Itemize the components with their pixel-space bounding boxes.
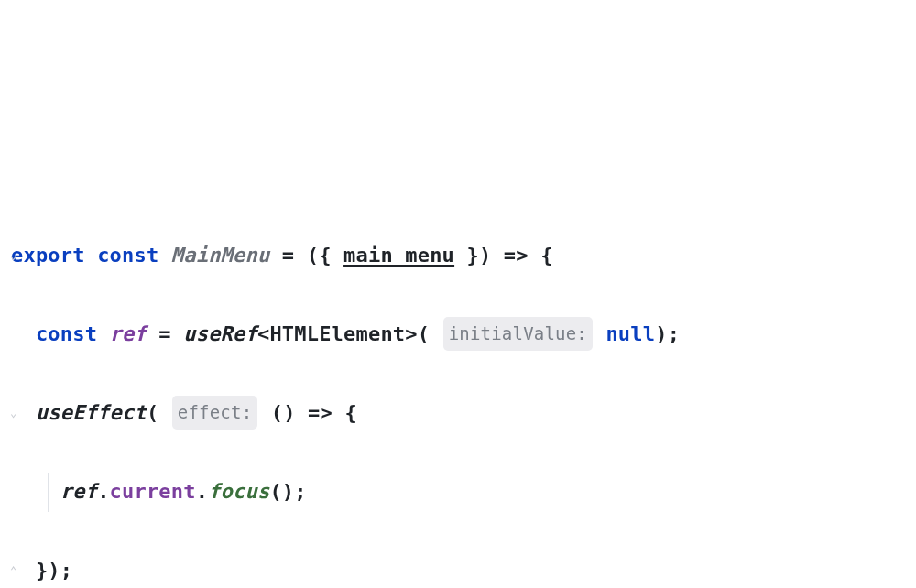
gutter-fold-icon: ⌄	[10, 407, 23, 419]
code-line: ⌄ useEffect( effect: () => {	[11, 394, 905, 433]
code-line: ⌃ });	[11, 551, 905, 588]
gutter-fold-icon: ⌄	[10, 249, 23, 262]
gutter-fold-icon: ⌃	[10, 564, 23, 577]
code-line: const ref = useRef<HTMLElement>( initial…	[11, 315, 905, 354]
inlay-hint: initialValue:	[443, 317, 593, 351]
code-editor[interactable]: ⌄export const MainMenu = ({ main_menu })…	[11, 198, 905, 588]
code-line: ref.current.focus();	[11, 473, 905, 512]
code-line: ⌄export const MainMenu = ({ main_menu })…	[11, 236, 905, 276]
inlay-hint: effect:	[172, 396, 257, 430]
